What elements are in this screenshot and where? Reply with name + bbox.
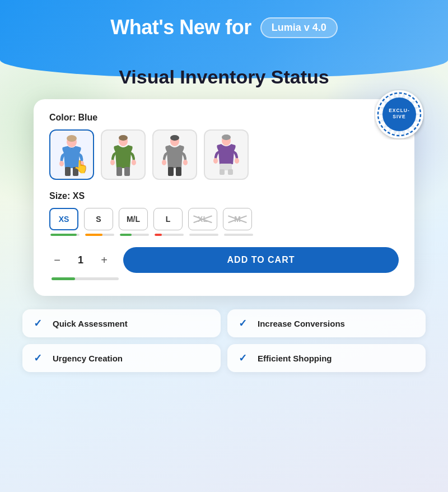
size-label: Size: XS (49, 191, 399, 201)
inventory-indicators (49, 234, 399, 236)
main-card: EXCLU- SIVE Color: Blue (34, 99, 414, 296)
inv-bar-xs (50, 234, 80, 236)
svg-point-24 (183, 160, 188, 165)
size-ml[interactable]: M/L (119, 208, 148, 230)
exclusive-badge: EXCLU- SIVE (374, 89, 424, 140)
feature-label-3: Urgency Creation (53, 354, 123, 363)
svg-point-16 (110, 160, 115, 165)
section-title: Visual Inventory Status (0, 66, 448, 88)
header-badge: Lumia v 4.0 (260, 17, 338, 38)
cursor-icon: 👆 (73, 160, 88, 174)
svg-point-22 (170, 135, 179, 141)
features-grid: ✓ Quick Assessment ✓ Increase Conversion… (22, 309, 426, 372)
color-swatches: 👆 (49, 129, 399, 180)
color-swatch-blue[interactable]: 👆 (49, 129, 94, 180)
cart-row: − 1 + ADD TO CART (49, 247, 399, 273)
size-xs[interactable]: XS (49, 208, 78, 230)
add-to-cart-button[interactable]: ADD TO CART (123, 247, 399, 273)
inv-bar-l (155, 234, 184, 236)
inv-bar-m (224, 234, 253, 236)
inv-bar-xl (189, 234, 218, 236)
qty-decrease[interactable]: − (49, 252, 65, 268)
size-buttons: XS S M/L L XL M (49, 208, 399, 230)
feature-label-2: Increase Conversions (258, 319, 345, 328)
inv-fill-l (155, 234, 162, 236)
svg-point-29 (222, 134, 231, 140)
size-l[interactable]: L (153, 208, 183, 230)
header-title: What's New for (110, 16, 251, 39)
feature-urgency-creation: ✓ Urgency Creation (22, 344, 221, 372)
header: What's New for Lumia v 4.0 (0, 0, 448, 50)
feature-label-1: Quick Assessment (53, 319, 128, 328)
inv-fill-s (85, 234, 102, 236)
color-swatch-purple[interactable] (204, 129, 249, 180)
inv-fill-xs (50, 234, 77, 236)
svg-point-8 (67, 135, 77, 142)
svg-text:EXCLU-: EXCLU- (389, 108, 410, 113)
size-s[interactable]: S (84, 208, 113, 230)
color-swatch-grey[interactable] (152, 129, 197, 180)
svg-text:SIVE: SIVE (393, 114, 405, 119)
feature-efficient-shopping: ✓ Efficient Shopping (227, 344, 426, 372)
svg-rect-19 (124, 167, 130, 176)
inv-bar-ml (120, 234, 149, 236)
feature-increase-conversions: ✓ Increase Conversions (227, 309, 426, 337)
color-label: Color: Blue (49, 113, 399, 123)
quantity-control: − 1 + (49, 252, 112, 268)
svg-point-31 (235, 158, 239, 164)
svg-rect-11 (65, 167, 71, 176)
inv-bar-s (85, 234, 114, 236)
feature-label-4: Efficient Shopping (258, 354, 332, 363)
svg-rect-18 (116, 167, 122, 176)
svg-point-30 (213, 158, 218, 164)
stock-bar (52, 277, 119, 280)
color-swatch-green[interactable] (101, 129, 146, 180)
inv-fill-ml (120, 234, 132, 236)
check-icon-1: ✓ (34, 317, 46, 329)
svg-rect-25 (168, 167, 174, 176)
stock-bar-fill (52, 277, 75, 280)
svg-rect-33 (220, 169, 225, 175)
qty-increase[interactable]: + (96, 252, 112, 268)
qty-value: 1 (74, 254, 87, 266)
svg-point-9 (59, 161, 64, 166)
svg-rect-26 (176, 167, 181, 176)
svg-point-17 (132, 160, 136, 165)
svg-point-15 (119, 135, 128, 141)
check-icon-3: ✓ (34, 352, 46, 364)
check-icon-4: ✓ (239, 352, 251, 364)
svg-point-23 (162, 160, 166, 165)
size-m[interactable]: M (223, 208, 252, 230)
size-xl[interactable]: XL (188, 208, 217, 230)
svg-rect-34 (228, 169, 233, 175)
feature-quick-assessment: ✓ Quick Assessment (22, 309, 221, 337)
check-icon-2: ✓ (239, 317, 251, 329)
